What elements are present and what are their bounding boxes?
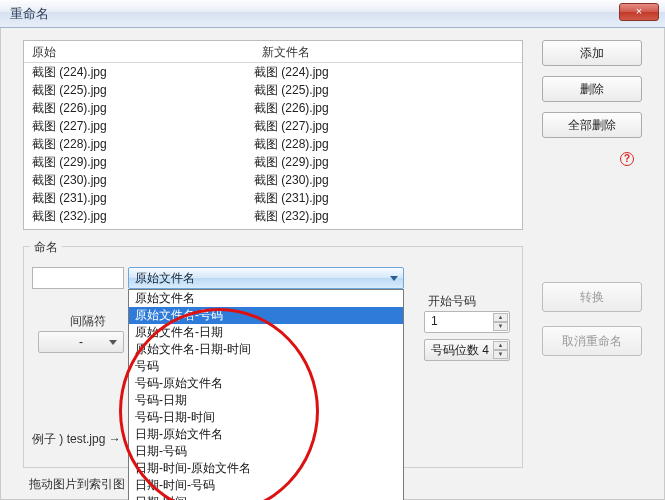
cancel-rename-button[interactable]: 取消重命名 xyxy=(542,326,642,356)
cell-original: 截图 (229).jpg xyxy=(32,154,254,170)
cell-newname: 截图 (231).jpg xyxy=(254,190,514,206)
cell-newname: 截图 (230).jpg xyxy=(254,172,514,188)
column-header-original[interactable]: 原始 xyxy=(24,41,254,62)
dropdown-option[interactable]: 日期-原始文件名 xyxy=(129,426,403,443)
dropdown-option[interactable]: 日期-时间-原始文件名 xyxy=(129,460,403,477)
example-label: 例子 ) test.jpg → xyxy=(32,431,121,448)
delete-all-button[interactable]: 全部删除 xyxy=(542,112,642,138)
close-button[interactable]: × xyxy=(619,3,659,21)
cell-original: 截图 (228).jpg xyxy=(32,136,254,152)
table-row[interactable]: 截图 (227).jpg截图 (227).jpg xyxy=(24,117,522,135)
file-list[interactable]: 截图 (224).jpg截图 (224).jpg截图 (225).jpg截图 (… xyxy=(24,63,522,229)
dropdown-option[interactable]: 号码 xyxy=(129,358,403,375)
table-row[interactable]: 截图 (230).jpg截图 (230).jpg xyxy=(24,171,522,189)
add-button[interactable]: 添加 xyxy=(542,40,642,66)
chevron-down-icon xyxy=(109,340,117,345)
cell-newname: 截图 (228).jpg xyxy=(254,136,514,152)
dropdown-option[interactable]: 日期-时间 xyxy=(129,494,403,500)
drag-hint-label: 拖动图片到索引图 xyxy=(29,476,125,493)
dropdown-option[interactable]: 号码-日期 xyxy=(129,392,403,409)
cell-newname: 截图 (227).jpg xyxy=(254,118,514,134)
chevron-down-icon xyxy=(390,276,398,281)
dropdown-option[interactable]: 号码-日期-时间 xyxy=(129,409,403,426)
delete-button[interactable]: 删除 xyxy=(542,76,642,102)
file-list-header: 原始 新文件名 xyxy=(24,41,522,63)
name-template-combobox[interactable]: 原始文件名 xyxy=(128,267,404,289)
start-number-label: 开始号码 xyxy=(428,293,476,310)
start-number-value: 1 xyxy=(431,314,438,328)
spinner-down-icon[interactable]: ▼ xyxy=(493,350,508,359)
convert-button[interactable]: 转换 xyxy=(542,282,642,312)
table-row[interactable]: 截图 (231).jpg截图 (231).jpg xyxy=(24,189,522,207)
table-row[interactable]: 截图 (224).jpg截图 (224).jpg xyxy=(24,63,522,81)
name-template-dropdown[interactable]: 原始文件名原始文件名-号码原始文件名-日期原始文件名-日期-时间号码号码-原始文… xyxy=(128,289,404,500)
name-template-selected: 原始文件名 xyxy=(135,270,195,287)
dropdown-option[interactable]: 原始文件名-日期 xyxy=(129,324,403,341)
number-digits-combobox[interactable]: 号码位数 4 ▲ ▼ xyxy=(424,339,510,361)
titlebar: 重命名 × xyxy=(0,0,665,28)
file-list-panel: 原始 新文件名 截图 (224).jpg截图 (224).jpg截图 (225)… xyxy=(23,40,523,230)
cell-original: 截图 (225).jpg xyxy=(32,82,254,98)
naming-group: 命名 原始文件名 原始文件名原始文件名-号码原始文件名-日期原始文件名-日期-时… xyxy=(23,246,523,468)
table-row[interactable]: 截图 (225).jpg截图 (225).jpg xyxy=(24,81,522,99)
cell-original: 截图 (224).jpg xyxy=(32,64,254,80)
table-row[interactable]: 截图 (232).jpg截图 (232).jpg xyxy=(24,207,522,225)
spinner-up-icon[interactable]: ▲ xyxy=(493,313,508,322)
cell-newname: 截图 (232).jpg xyxy=(254,208,514,224)
prefix-input[interactable] xyxy=(32,267,124,289)
table-row[interactable]: 截图 (226).jpg截图 (226).jpg xyxy=(24,99,522,117)
cell-newname: 截图 (226).jpg xyxy=(254,100,514,116)
column-header-newname[interactable]: 新文件名 xyxy=(254,41,522,62)
dropdown-option[interactable]: 号码-原始文件名 xyxy=(129,375,403,392)
table-row[interactable]: 截图 (229).jpg截图 (229).jpg xyxy=(24,153,522,171)
separator-value: - xyxy=(79,335,83,349)
dropdown-option[interactable]: 日期-号码 xyxy=(129,443,403,460)
dropdown-option[interactable]: 日期-时间-号码 xyxy=(129,477,403,494)
dropdown-option[interactable]: 原始文件名-号码 xyxy=(129,307,403,324)
cell-original: 截图 (227).jpg xyxy=(32,118,254,134)
separator-combobox[interactable]: - xyxy=(38,331,124,353)
cell-original: 截图 (226).jpg xyxy=(32,100,254,116)
cell-original: 截图 (230).jpg xyxy=(32,172,254,188)
number-digits-value: 号码位数 4 xyxy=(431,343,489,357)
cell-original: 截图 (232).jpg xyxy=(32,208,254,224)
cell-newname: 截图 (229).jpg xyxy=(254,154,514,170)
cell-newname: 截图 (224).jpg xyxy=(254,64,514,80)
table-row[interactable]: 截图 (228).jpg截图 (228).jpg xyxy=(24,135,522,153)
help-icon[interactable]: ? xyxy=(620,152,634,166)
spinner-up-icon[interactable]: ▲ xyxy=(493,341,508,350)
start-number-spinner[interactable]: 1 ▲ ▼ xyxy=(424,311,510,333)
cell-original: 截图 (231).jpg xyxy=(32,190,254,206)
window-body: 原始 新文件名 截图 (224).jpg截图 (224).jpg截图 (225)… xyxy=(0,28,665,500)
cell-newname: 截图 (225).jpg xyxy=(254,82,514,98)
window-title: 重命名 xyxy=(10,5,49,23)
dropdown-option[interactable]: 原始文件名-日期-时间 xyxy=(129,341,403,358)
naming-group-label: 命名 xyxy=(30,239,62,256)
spinner-down-icon[interactable]: ▼ xyxy=(493,322,508,331)
dropdown-option[interactable]: 原始文件名 xyxy=(129,290,403,307)
separator-label: 间隔符 xyxy=(70,313,106,330)
